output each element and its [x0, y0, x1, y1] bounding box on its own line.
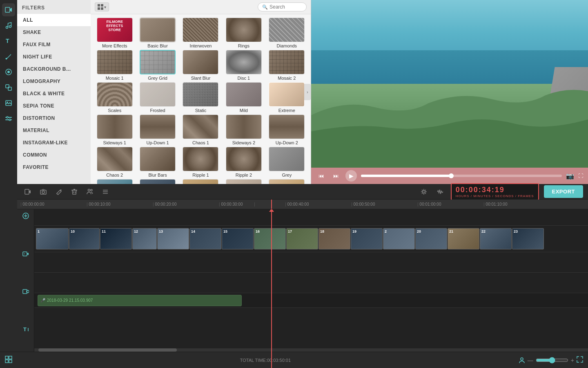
filter-cat-favorite[interactable]: FAVORITE	[17, 161, 91, 173]
delete-tool[interactable]	[69, 186, 80, 197]
filter-item-simple-elegant[interactable]: SimpleElegant	[223, 179, 264, 184]
sidebar-item-video[interactable]	[2, 3, 15, 16]
sidebar-item-effects[interactable]	[2, 65, 15, 79]
hscroll-thumb[interactable]	[38, 348, 177, 352]
filter-item-chaos2[interactable]: Chaos 2	[94, 147, 135, 177]
clip-12[interactable]: 12	[132, 228, 157, 249]
search-box[interactable]: 🔍	[258, 2, 307, 11]
clip-1[interactable]: 1	[36, 228, 69, 249]
fast-forward-button[interactable]: ⏭	[331, 171, 341, 181]
filter-item-rise[interactable]: Rise	[266, 179, 307, 184]
sidebar-item-settings[interactable]	[2, 112, 15, 125]
filter-item-holiday[interactable]: Holiday	[94, 179, 135, 184]
zoom-slider[interactable]	[536, 357, 568, 364]
waveform-button[interactable]	[434, 186, 446, 197]
export-button[interactable]: EXPORT	[544, 185, 583, 198]
filter-scroll[interactable]: FILMOREEFFECTSSTORE More Effects Basic B…	[91, 14, 311, 184]
clip-17[interactable]: 17	[286, 228, 318, 249]
fullscreen-button[interactable]: ⛶	[578, 173, 583, 179]
sidebar-item-image[interactable]	[2, 96, 15, 110]
clip-23[interactable]: 23	[512, 228, 544, 249]
zoom-minus-button[interactable]: —	[528, 357, 533, 364]
filter-item-ripple1[interactable]: Ripple 1	[180, 147, 221, 177]
filter-cat-sepia-tone[interactable]: SEPIA TONE	[17, 100, 91, 112]
filter-item-mosaic1[interactable]: Mosaic 1	[94, 50, 135, 81]
filter-cat-instagram-like[interactable]: INSTAGRAM-LIKE	[17, 137, 91, 149]
clip-20[interactable]: 20	[415, 228, 447, 249]
filter-cat-black-white[interactable]: BLACK & WHITE	[17, 88, 91, 100]
rewind-button[interactable]: ⏮	[316, 171, 327, 181]
filter-item-ripple2[interactable]: Ripple 2	[223, 147, 264, 177]
filter-item-more-effects[interactable]: FILMOREEFFECTSSTORE More Effects	[94, 18, 135, 48]
video-clip-tool[interactable]	[22, 186, 33, 197]
fit-to-screen-button[interactable]	[577, 356, 583, 364]
clip-13[interactable]: 13	[157, 228, 189, 249]
filter-cat-distortion[interactable]: DISTORTION	[17, 112, 91, 124]
clip-21[interactable]: 21	[448, 228, 479, 249]
clip-11[interactable]: 11	[100, 228, 132, 249]
grid-toggle-icon[interactable]	[5, 356, 12, 364]
clip-22[interactable]: 22	[480, 228, 512, 249]
clip-18[interactable]: 18	[318, 228, 350, 249]
track-text-icon[interactable]: T	[20, 324, 31, 334]
grid-view-button[interactable]: ▾	[95, 2, 109, 11]
camera-button[interactable]: 📷	[566, 172, 574, 180]
progress-thumb[interactable]	[449, 173, 454, 178]
clip-10[interactable]: 10	[69, 228, 100, 249]
clip-15[interactable]: 15	[222, 228, 254, 249]
play-button[interactable]: ▶	[345, 170, 357, 182]
zoom-plus-button[interactable]: +	[571, 357, 574, 364]
filter-item-extreme[interactable]: Extreme	[266, 82, 307, 113]
clip-14[interactable]: 14	[189, 228, 221, 249]
filter-item-static[interactable]: Static	[180, 82, 221, 113]
filter-item-grey[interactable]: Grey	[266, 147, 307, 177]
filter-item-september[interactable]: September	[180, 179, 221, 184]
filter-cat-material[interactable]: MATERIAL	[17, 124, 91, 137]
sidebar-item-music[interactable]	[2, 19, 15, 32]
add-media-button[interactable]	[20, 211, 31, 221]
filter-cat-background-b[interactable]: BACKGROUND B...	[17, 63, 91, 75]
filter-item-interwoven[interactable]: Interwoven	[180, 18, 221, 48]
people-tool[interactable]	[84, 186, 96, 197]
horizontal-scrollbar[interactable]	[34, 348, 588, 352]
sidebar-item-brush[interactable]	[2, 50, 15, 63]
search-input[interactable]	[270, 4, 302, 10]
filter-item-mosaic2[interactable]: Mosaic 2	[266, 50, 307, 81]
filter-cat-faux-film[interactable]: FAUX FILM	[17, 38, 91, 51]
filter-item-sideways2[interactable]: Sideways 2	[223, 114, 264, 145]
filter-item-blur-bars[interactable]: Blur Bars	[137, 147, 178, 177]
filter-item-slant-blur[interactable]: Slant Blur	[180, 50, 221, 81]
filter-item-metropolis[interactable]: Metropolis	[137, 179, 178, 184]
scroll-right-arrow[interactable]: ›	[304, 84, 311, 100]
sidebar-item-overlay[interactable]	[2, 81, 15, 94]
clip-19[interactable]: 19	[351, 228, 383, 249]
menu-tool[interactable]	[100, 186, 111, 197]
track-video-icon[interactable]	[20, 249, 31, 258]
filter-item-chaos1[interactable]: Chaos 1	[180, 114, 221, 145]
filter-item-mild[interactable]: Mild	[223, 82, 264, 113]
track-effects-icon[interactable]	[20, 287, 31, 296]
camera-tool[interactable]	[38, 186, 49, 197]
progress-bar[interactable]	[361, 175, 562, 177]
tracks-container[interactable]: 1 10 11 12 13 14 15 16 17 18 19 2 20 21 …	[34, 209, 588, 368]
pencil-tool[interactable]	[53, 186, 65, 197]
filter-cat-lomography[interactable]: LOMOGRAPHY	[17, 75, 91, 88]
filter-item-scales[interactable]: Scales	[94, 82, 135, 113]
filter-item-updown1[interactable]: Up-Down 1	[137, 114, 178, 145]
audio-clip[interactable]: 🎤 2018-03-29 21.15.03.907	[38, 295, 242, 306]
filter-item-rings[interactable]: Rings	[223, 18, 264, 48]
clip-16[interactable]: 16	[254, 228, 286, 249]
filter-item-diamonds[interactable]: Diamonds	[266, 18, 307, 48]
sidebar-item-text[interactable]: T	[2, 34, 15, 47]
clip-2[interactable]: 2	[383, 228, 415, 249]
filter-cat-night-life[interactable]: NIGHT LIFE	[17, 51, 91, 63]
filter-cat-shake[interactable]: SHAKE	[17, 26, 91, 38]
filter-item-updown2[interactable]: Up-Down 2	[266, 114, 307, 145]
timeline-settings-button[interactable]	[418, 186, 430, 197]
filter-item-sideways1[interactable]: Sideways 1	[94, 114, 135, 145]
filter-cat-all[interactable]: ALL	[17, 14, 91, 26]
playhead[interactable]	[271, 209, 272, 368]
filter-item-frosted[interactable]: Frosted	[137, 82, 178, 113]
filter-item-disc1[interactable]: Disc 1	[223, 50, 264, 81]
filter-item-basic-blur[interactable]: Basic Blur	[137, 18, 178, 48]
